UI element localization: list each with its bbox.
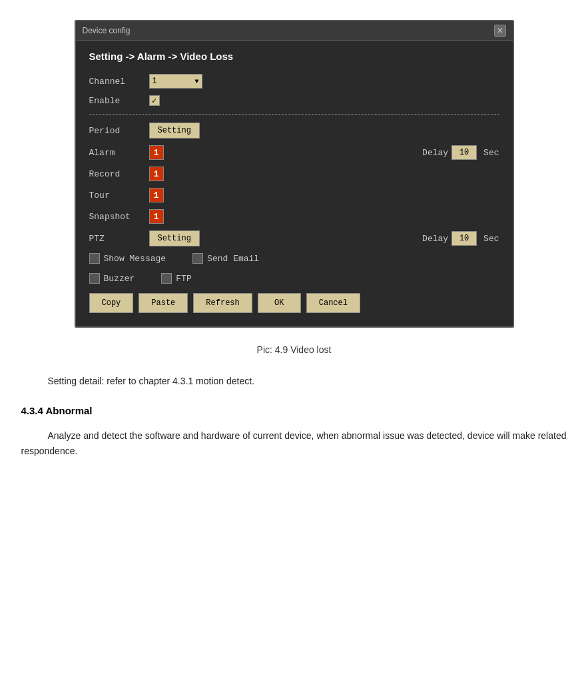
enable-row: Enable ✓: [89, 95, 499, 106]
alarm-label: Alarm: [89, 148, 149, 158]
ptz-label: PTZ: [89, 234, 149, 244]
tour-value-box: 1: [149, 188, 164, 202]
caption: Pic: 4.9 Video lost: [257, 344, 332, 355]
device-config-dialog: Device config ✕ Setting -> Alarm -> Vide…: [75, 20, 514, 328]
refresh-button[interactable]: Refresh: [193, 293, 252, 313]
dialog-content: Setting -> Alarm -> Video Loss Channel 1…: [76, 41, 513, 326]
record-row: Record 1: [89, 167, 499, 181]
tour-row: Tour 1: [89, 188, 499, 202]
snapshot-value-box: 1: [149, 209, 164, 224]
section-heading: 4.3.4 Abnormal: [21, 405, 567, 416]
send-email-row: Send Email: [192, 253, 259, 264]
enable-checkbox[interactable]: ✓: [149, 95, 160, 106]
dialog-title: Device config: [83, 26, 131, 35]
period-setting-button[interactable]: Setting: [149, 123, 200, 139]
checkboxes-row-2: Buzzer FTP: [89, 273, 499, 284]
record-label: Record: [89, 169, 149, 179]
abnormal-text: Analyze and detect the software and hard…: [21, 428, 567, 458]
delay-label-1: Delay: [422, 148, 448, 158]
bottom-buttons: Copy Paste Refresh OK Cancel: [89, 293, 499, 313]
alarm-value-box: 1: [149, 145, 164, 160]
sec-label-1: Sec: [483, 148, 499, 158]
chevron-down-icon: ▼: [194, 78, 198, 85]
sec-label-2: Sec: [483, 234, 499, 244]
ftp-checkbox[interactable]: [161, 273, 172, 284]
period-row: Period Setting: [89, 123, 499, 139]
close-button[interactable]: ✕: [494, 25, 506, 37]
ftp-row: FTP: [161, 273, 191, 284]
buzzer-checkbox[interactable]: [89, 273, 100, 284]
copy-button[interactable]: Copy: [89, 293, 134, 313]
enable-label: Enable: [89, 96, 149, 106]
close-icon: ✕: [497, 26, 503, 35]
buzzer-label: Buzzer: [104, 274, 135, 284]
record-value-box: 1: [149, 167, 164, 181]
channel-label: Channel: [89, 77, 149, 87]
ok-button[interactable]: OK: [258, 293, 301, 313]
delay-input-2[interactable]: [451, 231, 477, 246]
alarm-delay-section: Delay Sec: [422, 145, 499, 160]
delay-label-2: Delay: [422, 234, 448, 244]
checkmark-icon: ✓: [152, 96, 156, 106]
tour-label: Tour: [89, 190, 149, 200]
send-email-checkbox[interactable]: [192, 253, 203, 264]
ptz-delay-section: Delay Sec: [422, 231, 499, 246]
alarm-row: Alarm 1 Delay Sec: [89, 145, 499, 160]
channel-select[interactable]: 1 ▼: [149, 74, 202, 89]
dialog-titlebar: Device config ✕: [76, 21, 513, 41]
ptz-setting-button[interactable]: Setting: [149, 230, 200, 246]
body-text: Setting detail: refer to chapter 4.3.1 m…: [21, 374, 567, 388]
show-message-row: Show Message: [89, 253, 166, 264]
snapshot-row: Snapshot 1: [89, 209, 499, 224]
channel-value: 1: [152, 77, 157, 86]
send-email-label: Send Email: [207, 254, 259, 264]
divider: [89, 114, 499, 115]
show-message-label: Show Message: [104, 254, 166, 264]
section-title: Setting -> Alarm -> Video Loss: [89, 51, 499, 62]
show-message-checkbox[interactable]: [89, 253, 100, 264]
delay-input-1[interactable]: [451, 145, 477, 160]
channel-row: Channel 1 ▼: [89, 74, 499, 89]
checkboxes-row-1: Show Message Send Email: [89, 253, 499, 264]
ptz-row: PTZ Setting Delay Sec: [89, 230, 499, 246]
buzzer-row: Buzzer: [89, 273, 135, 284]
paste-button[interactable]: Paste: [139, 293, 188, 313]
ftp-label: FTP: [176, 274, 191, 284]
period-label: Period: [89, 126, 149, 136]
cancel-button[interactable]: Cancel: [306, 293, 360, 313]
snapshot-label: Snapshot: [89, 212, 149, 222]
